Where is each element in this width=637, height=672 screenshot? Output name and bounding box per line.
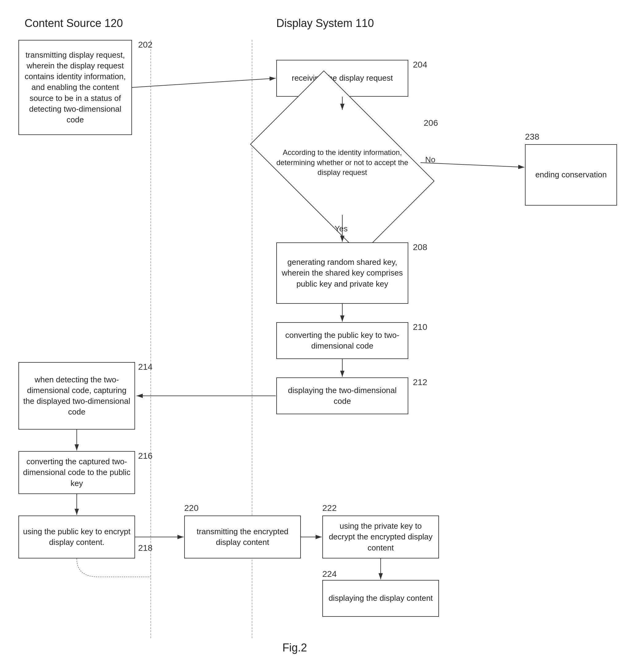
svg-line-3	[421, 163, 524, 167]
step-224-label: 224	[322, 569, 337, 579]
step-204-label: 204	[413, 60, 427, 70]
step-214-label: 214	[138, 362, 152, 372]
step-238-label: 238	[525, 132, 539, 142]
step-216-label: 216	[138, 451, 152, 461]
step-202-label: 202	[138, 40, 152, 50]
step-224-box: displaying the display content	[322, 580, 439, 617]
step-206-diamond: According to the identity information, d…	[264, 110, 421, 215]
step-206-label: 206	[424, 118, 438, 128]
yes-label: Yes	[334, 224, 347, 234]
step-206-text: According to the identity information, d…	[264, 142, 421, 184]
step-218-box: using the public key to encrypt display …	[18, 516, 135, 558]
no-label: No	[425, 155, 435, 165]
step-220-box: transmitting the encrypted display conte…	[184, 516, 301, 558]
step-220-label: 220	[184, 503, 199, 513]
step-238-box: ending conservation	[525, 144, 617, 206]
step-210-box: converting the public key to two-dimensi…	[276, 322, 408, 359]
fig-label: Fig.2	[283, 641, 307, 654]
step-210-label: 210	[413, 322, 427, 332]
step-212-label: 212	[413, 377, 427, 387]
content-source-header: Content Source 120	[24, 17, 123, 30]
step-202-box: transmitting display request, wherein th…	[18, 40, 132, 135]
svg-line-1	[132, 78, 276, 88]
step-216-box: converting the captured two-dimensional …	[18, 451, 135, 494]
step-218-label: 218	[138, 543, 152, 553]
step-222-box: using the private key to decrypt the enc…	[322, 516, 439, 558]
display-system-header: Display System 110	[276, 17, 374, 30]
step-222-label: 222	[322, 503, 337, 513]
step-212-box: displaying the two-dimensional code	[276, 377, 408, 414]
step-214-box: when detecting the two-dimensional code,…	[18, 362, 135, 430]
step-208-label: 208	[413, 242, 427, 252]
step-208-box: generating random shared key, wherein th…	[276, 242, 408, 304]
diagram-container: Content Source 120 Display System 110 tr…	[0, 0, 637, 672]
